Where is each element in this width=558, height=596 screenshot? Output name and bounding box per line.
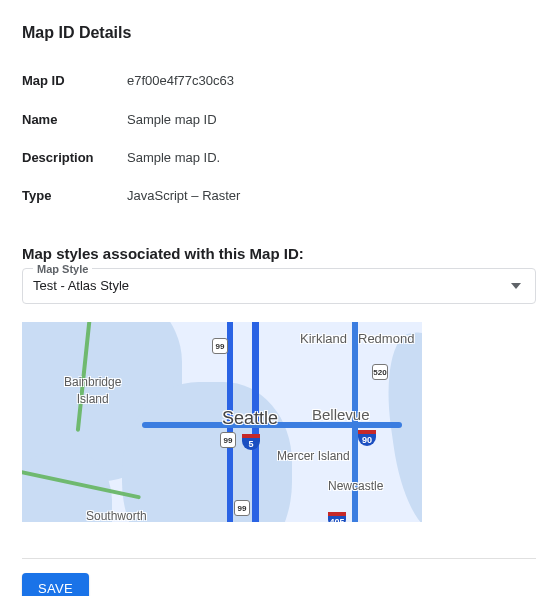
- associated-styles-heading: Map styles associated with this Map ID:: [22, 243, 536, 264]
- row-description: Description Sample map ID.: [22, 143, 536, 175]
- interstate-405: 405: [328, 512, 346, 522]
- label-name: Name: [22, 111, 127, 129]
- map-label-newcastle: Newcastle: [328, 478, 383, 495]
- value-description: Sample map ID.: [127, 149, 220, 167]
- shield-99-top: 99: [212, 338, 228, 354]
- map-label-kirkland: Kirkland: [300, 330, 347, 348]
- row-map-id: Map ID e7f00e4f77c30c63: [22, 66, 536, 98]
- label-map-id: Map ID: [22, 72, 127, 90]
- map-label-bainbridge: Bainbridge Island: [64, 374, 121, 408]
- label-type: Type: [22, 187, 127, 205]
- label-description: Description: [22, 149, 127, 167]
- save-button[interactable]: SAVE: [22, 573, 89, 596]
- row-type: Type JavaScript – Raster: [22, 181, 536, 213]
- interstate-90: 90: [358, 430, 376, 446]
- map-preview: Seattle Bellevue Kirkland Redmond Mercer…: [22, 322, 422, 522]
- shield-520: 520: [372, 364, 388, 380]
- map-style-select-value: Test - Atlas Style: [33, 278, 129, 293]
- shield-99-mid: 99: [220, 432, 236, 448]
- shield-99-bot: 99: [234, 500, 250, 516]
- value-type: JavaScript – Raster: [127, 187, 240, 205]
- map-label-southworth: Southworth: [86, 508, 147, 522]
- value-name: Sample map ID: [127, 111, 217, 129]
- map-style-select-label: Map Style: [33, 262, 92, 277]
- details-table: Map ID e7f00e4f77c30c63 Name Sample map …: [22, 66, 536, 213]
- map-label-bellevue: Bellevue: [312, 404, 370, 425]
- chevron-down-icon: [511, 283, 521, 289]
- map-label-redmond: Redmond: [358, 330, 414, 348]
- footer: SAVE: [22, 558, 536, 596]
- page-title: Map ID Details: [22, 22, 536, 44]
- row-name: Name Sample map ID: [22, 105, 536, 137]
- value-map-id: e7f00e4f77c30c63: [127, 72, 234, 90]
- map-style-select[interactable]: Map Style Test - Atlas Style: [22, 268, 536, 304]
- map-label-mercer: Mercer Island: [277, 448, 350, 465]
- map-label-seattle: Seattle: [222, 406, 278, 431]
